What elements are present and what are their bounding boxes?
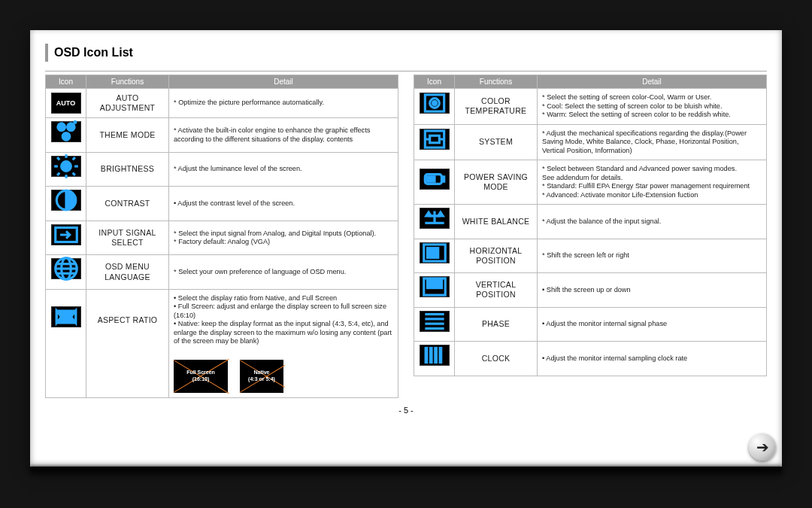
theme-mode-icon bbox=[51, 121, 81, 142]
auto-adjustment-icon: AUTO bbox=[51, 93, 81, 114]
table-row: SYSTEM * Adjust the mechanical specifica… bbox=[414, 124, 767, 160]
svg-rect-38 bbox=[427, 248, 438, 257]
page-shadow bbox=[30, 467, 782, 477]
header-icon: Icon bbox=[414, 75, 455, 89]
header-functions: Functions bbox=[455, 75, 538, 89]
osd-table-right: Icon Functions Detail COLOR TEMPERATURE … bbox=[414, 75, 767, 376]
table-row: PHASE • Adjust the monitor internal sign… bbox=[414, 307, 767, 342]
svg-line-10 bbox=[57, 172, 59, 175]
svg-rect-30 bbox=[441, 177, 444, 181]
detail-text: * Select your own preference of language… bbox=[169, 255, 398, 290]
tables-container: Icon Functions Detail AUTO AUTO ADJUSTME… bbox=[45, 75, 767, 398]
detail-text: * Adjust the mechanical specifications r… bbox=[538, 124, 767, 160]
horizontal-position-icon bbox=[420, 242, 450, 263]
table-row: HORIZONTAL POSITION * Shift the screen l… bbox=[414, 239, 767, 273]
system-icon bbox=[420, 129, 450, 150]
detail-text: • Adjust the monitor internal signal pha… bbox=[538, 307, 767, 342]
title-wrap: OSD Icon List bbox=[45, 44, 767, 71]
svg-point-2 bbox=[62, 133, 70, 141]
aspect-ratio-icon bbox=[51, 306, 81, 327]
svg-line-8 bbox=[57, 157, 59, 160]
table-row: COLOR TEMPERATURE * Select the setting o… bbox=[414, 89, 767, 125]
page-title: OSD Icon List bbox=[45, 44, 139, 62]
function-label: WHITE BALANCE bbox=[455, 205, 538, 239]
detail-text: * Adjust the balance of the input signal… bbox=[538, 205, 767, 239]
svg-rect-40 bbox=[427, 280, 441, 288]
function-label: POWER SAVING MODE bbox=[455, 160, 538, 205]
white-balance-icon bbox=[420, 208, 450, 229]
left-table-column: Icon Functions Detail AUTO AUTO ADJUSTME… bbox=[45, 75, 398, 398]
aspect-ratio-diagram-row: Full Screen (16:10) Native (4:3 or 5:4) bbox=[46, 351, 398, 398]
table-row: WHITE BALANCE * Adjust the balance of th… bbox=[414, 205, 767, 239]
function-label: CLOCK bbox=[455, 342, 538, 376]
page-number: - 5 - bbox=[45, 406, 767, 415]
svg-line-9 bbox=[72, 172, 74, 175]
svg-point-24 bbox=[432, 102, 436, 105]
svg-line-11 bbox=[72, 157, 74, 160]
table-row: ASPECT RATIO • Select the display ratio … bbox=[46, 289, 398, 351]
detail-text: • Shift the screen up or down bbox=[538, 273, 767, 308]
table-row: THEME MODE * Activate the built-in color… bbox=[46, 118, 398, 153]
function-label: CONTRAST bbox=[86, 187, 169, 221]
language-icon bbox=[51, 258, 81, 279]
table-row: INPUT SIGNAL SELECT * Select the input s… bbox=[46, 221, 398, 255]
brightness-icon bbox=[51, 156, 81, 177]
function-label: VERTICAL POSITION bbox=[455, 273, 538, 308]
detail-text: * Select the setting of screen color-Coo… bbox=[538, 89, 767, 125]
header-icon: Icon bbox=[46, 75, 86, 89]
table-row: POWER SAVING MODE * Select between Stand… bbox=[414, 160, 767, 205]
function-label: AUTO ADJUSTMENT bbox=[86, 89, 169, 118]
contrast-icon bbox=[51, 190, 81, 211]
right-table-column: Icon Functions Detail COLOR TEMPERATURE … bbox=[414, 75, 767, 398]
header-detail: Detail bbox=[169, 75, 398, 89]
detail-text: * Activate the built-in color engine to … bbox=[169, 118, 398, 153]
svg-rect-26 bbox=[429, 135, 439, 143]
next-page-arrow-icon[interactable]: ➔ bbox=[749, 433, 776, 461]
svg-marker-35 bbox=[426, 212, 430, 216]
phase-icon bbox=[420, 311, 450, 332]
power-saving-icon bbox=[420, 169, 450, 190]
ratio-full-screen: Full Screen (16:10) bbox=[174, 360, 228, 393]
function-label: INPUT SIGNAL SELECT bbox=[86, 221, 169, 255]
osd-table-left: Icon Functions Detail AUTO AUTO ADJUSTME… bbox=[45, 75, 398, 398]
function-label: ASPECT RATIO bbox=[86, 289, 169, 351]
function-label: COLOR TEMPERATURE bbox=[455, 89, 538, 125]
table-row: OSD MENU LANGUAGE * Select your own pref… bbox=[46, 255, 398, 290]
svg-point-1 bbox=[67, 123, 74, 131]
header-functions: Functions bbox=[86, 75, 169, 89]
svg-point-3 bbox=[61, 161, 71, 171]
function-label: OSD MENU LANGUAGE bbox=[86, 255, 169, 290]
function-label: HORIZONTAL POSITION bbox=[455, 239, 538, 273]
vertical-position-icon bbox=[420, 276, 450, 297]
color-temperature-icon bbox=[420, 93, 450, 114]
detail-text: * Adjust the luminance level of the scre… bbox=[169, 152, 398, 187]
table-row: BRIGHTNESS * Adjust the luminance level … bbox=[46, 152, 398, 187]
detail-text: * Optimize the picture performance autom… bbox=[169, 89, 398, 118]
detail-text: * Select the input signal from Analog, a… bbox=[169, 221, 398, 255]
svg-point-0 bbox=[57, 123, 65, 131]
svg-rect-31 bbox=[427, 177, 435, 181]
detail-text: • Adjust the contrast level of the scree… bbox=[169, 187, 398, 221]
detail-text: • Select the display ratio from Native, … bbox=[169, 289, 398, 351]
table-row: VERTICAL POSITION • Shift the screen up … bbox=[414, 273, 767, 308]
ratio-diagrams: Full Screen (16:10) Native (4:3 or 5:4) bbox=[174, 360, 393, 393]
table-row: CLOCK • Adjust the monitor internal samp… bbox=[414, 342, 767, 376]
manual-page: OSD Icon List Icon Functions Detail AUTO… bbox=[30, 30, 782, 467]
svg-marker-36 bbox=[438, 212, 442, 216]
clock-icon bbox=[420, 345, 450, 366]
function-label: BRIGHTNESS bbox=[86, 152, 169, 187]
table-row: AUTO AUTO ADJUSTMENT * Optimize the pict… bbox=[46, 89, 398, 118]
function-label: SYSTEM bbox=[455, 124, 538, 160]
input-signal-icon bbox=[51, 224, 81, 245]
detail-text: • Adjust the monitor internal sampling c… bbox=[538, 342, 767, 376]
header-detail: Detail bbox=[538, 75, 767, 89]
function-label: PHASE bbox=[455, 307, 538, 342]
detail-text: * Select between Standard and Advanced p… bbox=[538, 160, 767, 205]
table-row: CONTRAST • Adjust the contrast level of … bbox=[46, 187, 398, 221]
ratio-native: Native (4:3 or 5:4) bbox=[240, 360, 283, 393]
function-label: THEME MODE bbox=[86, 118, 169, 153]
detail-text: * Shift the screen left or right bbox=[538, 239, 767, 273]
